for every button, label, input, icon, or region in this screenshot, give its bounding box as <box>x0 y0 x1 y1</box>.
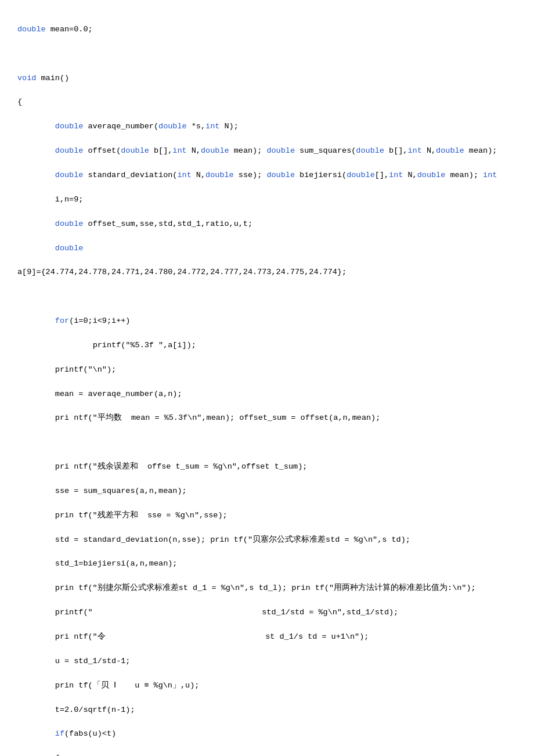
line-22: std = standard_deviation(n,sse); prin tf… <box>17 534 517 546</box>
line-24: prin tf("别捷尔斯公式求标准差st d_1 = %g\n",s td_l… <box>17 582 517 595</box>
line-15: printf("\n"); <box>17 364 517 376</box>
line-20: sse = sum_squares(a,n,mean); <box>17 485 517 498</box>
line-3: void main() <box>17 73 517 85</box>
line-17: pri ntf("平均数 mean = %5.3f\n",mean); offs… <box>17 412 517 424</box>
line-31: { <box>17 753 517 756</box>
line-19: pri ntf("残余误差和 offse t_sum = %g\n",offse… <box>17 461 517 473</box>
code-editor: double mean=0.0; void main() { double av… <box>17 12 517 756</box>
line-6: double offset(double b[],int N,double me… <box>17 145 517 157</box>
line-21: prin tf("残差平方和 sse = %g\n",sse); <box>17 510 517 522</box>
line-8: i,n=9; <box>17 194 517 206</box>
kw-double-1: double <box>17 25 46 34</box>
line-10: double <box>17 243 517 255</box>
kw-double-2: double <box>55 122 84 131</box>
line-2 <box>17 48 517 60</box>
line-13: for(i=0;i<9;i++) <box>17 315 517 327</box>
line-1: double mean=0.0; <box>17 24 517 36</box>
line-16: mean = averaqe_number(a,n); <box>17 388 517 401</box>
line-27: u = std_1/std-1; <box>17 656 517 668</box>
line-9: double offset_sum,sse,std,std_1,ratio,u,… <box>17 218 517 231</box>
line-7: double standard_deviation(int N,double s… <box>17 170 517 182</box>
line-25: printf(" std_1/std = %g\n",std_1/std); <box>17 607 517 619</box>
line-14: printf("%5.3f ",a[i]); <box>17 340 517 352</box>
line-29: t=2.0/sqrtf(n-1); <box>17 704 517 717</box>
line-18 <box>17 437 517 449</box>
line-26: pri ntf("令 st d_1/s td = u+1\n"); <box>17 631 517 643</box>
kw-void: void <box>17 74 36 82</box>
line-12 <box>17 291 517 303</box>
line-5: double averaqe_number(double *s,int N); <box>17 121 517 133</box>
line-4: { <box>17 96 517 109</box>
line-23: std_1=biejiersi(a,n,mean); <box>17 558 517 570</box>
line-11: a[9]={24.774,24.778,24.771,24.780,24.772… <box>17 267 517 279</box>
line-28: prin tf(「贝 Ⅰ u ≡ %g\n」,u); <box>17 680 517 692</box>
line-30: if(fabs(u)<t) <box>17 728 517 740</box>
